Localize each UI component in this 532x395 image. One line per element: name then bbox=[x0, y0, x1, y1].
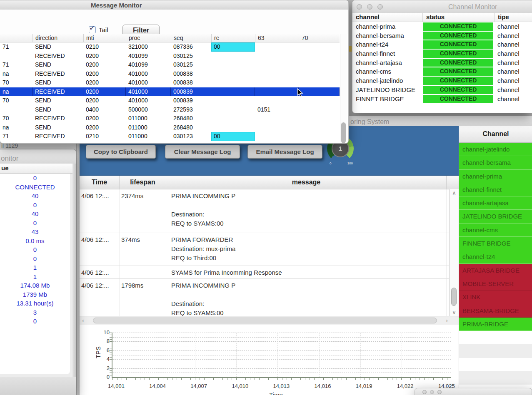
checkbox-icon[interactable]: ✓ bbox=[89, 26, 96, 33]
log-table-header: Time lifespan message bbox=[80, 176, 459, 189]
channel-list-item[interactable]: ARTAJASA BRIDGE bbox=[459, 264, 532, 277]
gridline bbox=[402, 333, 402, 377]
zoom-icon[interactable] bbox=[437, 390, 442, 394]
value-cell: 13.31 hour(s) bbox=[0, 299, 70, 308]
table-row[interactable]: 71SEND0200401099030125 bbox=[0, 60, 340, 70]
x-tick-label: 14,007 bbox=[186, 383, 211, 389]
column-header-70[interactable]: 70 bbox=[299, 34, 340, 42]
table-row[interactable]: 71SEND021032100008733600 bbox=[0, 42, 340, 52]
log-horizontal-scrollbar[interactable]: ‹ › bbox=[80, 316, 459, 325]
column-header-channel[interactable]: channel bbox=[352, 13, 422, 22]
cell-message: PRIMA INCOMMING P Destination: REQ to SY… bbox=[166, 189, 446, 233]
table-row[interactable]: 70SEND0200401000000839 bbox=[0, 96, 340, 105]
cell-mti: 0200 bbox=[83, 52, 126, 61]
channel-list-item[interactable]: channel-prima bbox=[459, 170, 532, 183]
table-row[interactable]: naSEND0200011000268480 bbox=[0, 123, 340, 132]
column-header-tipe[interactable]: tipe bbox=[494, 13, 532, 22]
close-icon[interactable] bbox=[422, 390, 427, 394]
table-row[interactable]: channel-artajasaCONNECTEDchannel bbox=[352, 58, 532, 67]
message-table-scrollbar[interactable] bbox=[340, 34, 347, 142]
channel-list-item[interactable]: channel-jatelindo bbox=[459, 143, 532, 156]
column-header-value[interactable]: ue bbox=[0, 164, 73, 173]
table-row[interactable]: channel-t24CONNECTEDchannel bbox=[352, 40, 532, 49]
table-row[interactable]: channel-finnetCONNECTEDchannel bbox=[352, 49, 532, 58]
clear-message-log-button[interactable]: Clear Message Log bbox=[165, 145, 240, 159]
cell-f63 bbox=[255, 52, 299, 61]
column-header-mti[interactable]: mti bbox=[83, 34, 126, 42]
table-row[interactable]: 71RECEIVED021001100003012300 bbox=[0, 132, 340, 141]
scroll-up-icon[interactable]: ∧ bbox=[450, 190, 459, 196]
channel-list-item[interactable]: MOBILE-SERVER bbox=[459, 277, 532, 291]
scrollbar-thumb[interactable] bbox=[93, 318, 437, 323]
channel-list-item[interactable]: channel-artajasa bbox=[459, 196, 532, 210]
table-row[interactable]: channel-bersamaCONNECTEDchannel bbox=[352, 31, 532, 40]
channel-list-item[interactable]: BERSAMA-BRIDGE bbox=[459, 304, 532, 318]
column-header-direction[interactable]: direction bbox=[32, 34, 83, 42]
table-row[interactable]: FINNET BRIDGECONNECTEDchannel bbox=[352, 94, 532, 104]
minimize-icon[interactable] bbox=[430, 390, 434, 394]
cell-message: SYAMS for Prima Incomming Response bbox=[166, 266, 446, 278]
log-row[interactable]: 4/06 12:...374msPRIMA FORWARDER Destinat… bbox=[80, 233, 459, 266]
column-header-status[interactable]: status bbox=[422, 13, 494, 22]
scroll-left-icon[interactable]: ‹ bbox=[82, 317, 84, 324]
table-row[interactable]: 70RECEIVED0200011000268480 bbox=[0, 114, 340, 123]
log-vertical-scrollbar[interactable]: ∧ ∨ bbox=[449, 189, 459, 316]
copy-to-clipboard-button[interactable]: Copy to Clipboard bbox=[86, 145, 156, 159]
column-header-channel[interactable] bbox=[0, 34, 32, 42]
column-header-time[interactable]: Time bbox=[80, 176, 119, 189]
cell-seq: 030125 bbox=[171, 60, 211, 70]
column-header-message[interactable]: message bbox=[166, 176, 446, 189]
cell-message: PRIMA INCOMMING P Destination: REQ to SY… bbox=[166, 279, 446, 318]
message-table: directionmtiprocseqrc6370 71SEND02103210… bbox=[0, 34, 340, 142]
channel-table-header: channelstatustipe bbox=[352, 13, 532, 22]
log-row[interactable]: 4/06 12:...1798msPRIMA INCOMMING P Desti… bbox=[80, 279, 459, 318]
cell-f63 bbox=[255, 42, 299, 52]
table-row[interactable]: RECEIVED0200401099030125 bbox=[0, 52, 340, 61]
table-row[interactable]: channel-primaCONNECTEDchannel bbox=[352, 22, 532, 31]
channel-table-body: channel-primaCONNECTEDchannelchannel-ber… bbox=[352, 22, 532, 103]
scroll-down-icon[interactable]: ∨ bbox=[450, 309, 459, 316]
channel-list-item[interactable]: channel-bersama bbox=[459, 156, 532, 169]
channel-list-item[interactable]: JATELINDO BRIDGE bbox=[459, 210, 532, 223]
close-icon[interactable] bbox=[357, 4, 362, 10]
channel-list-item[interactable]: channel-cms bbox=[459, 224, 532, 237]
scroll-right-icon[interactable]: › bbox=[446, 317, 448, 324]
table-row[interactable]: channel-jatelindoCONNECTEDchannel bbox=[352, 76, 532, 85]
table-row[interactable]: channel-cmsCONNECTEDchannel bbox=[352, 67, 532, 76]
cell-rc bbox=[211, 70, 255, 79]
left-monitor-titlebar[interactable]: onitor bbox=[0, 149, 76, 164]
column-header-lifespan[interactable]: lifespan bbox=[119, 176, 166, 189]
y-tick-label: 10 bbox=[97, 329, 110, 335]
table-row[interactable]: SEND04005000002725930151 bbox=[0, 105, 340, 114]
channel-list-item[interactable]: PRIMA-BRIDGE bbox=[459, 318, 532, 331]
log-row[interactable]: 4/06 12:...SYAMS for Prima Incomming Res… bbox=[80, 266, 459, 279]
table-row[interactable]: JATELINDO BRIDGECONNECTEDchannel bbox=[352, 85, 532, 94]
gridline bbox=[277, 333, 278, 377]
background-window-titlebar[interactable] bbox=[415, 388, 532, 395]
scrollbar-thumb[interactable] bbox=[341, 122, 346, 143]
column-header-63[interactable]: 63 bbox=[255, 34, 299, 42]
tail-checkbox[interactable]: ✓ Tail bbox=[89, 26, 108, 33]
channel-list-item[interactable]: FINNET BRIDGE bbox=[459, 237, 532, 250]
table-row[interactable]: naRECEIVED0200401000000839 bbox=[0, 87, 340, 97]
channel-monitor-titlebar[interactable]: Channel Monitor bbox=[352, 0, 532, 13]
log-row[interactable]: 4/06 12:...2374msPRIMA INCOMMING P Desti… bbox=[80, 189, 459, 233]
monitoring-system-window: oring System Copy to Clipboard Clear Mes… bbox=[76, 116, 532, 395]
column-header-rc[interactable]: rc bbox=[211, 34, 255, 42]
table-row[interactable]: 70SEND0200401000000838 bbox=[0, 78, 340, 87]
table-row[interactable]: naRECEIVED0200401000000838 bbox=[0, 70, 340, 79]
scrollbar-thumb[interactable] bbox=[451, 288, 457, 306]
message-log-table: Time lifespan message 4/06 12:...2374msP… bbox=[80, 175, 459, 316]
channel-list-item[interactable]: XLINK bbox=[459, 291, 532, 304]
zoom-icon[interactable] bbox=[377, 4, 383, 10]
email-message-log-button[interactable]: Email Message Log bbox=[247, 145, 322, 159]
channel-list-item[interactable]: channel-t24 bbox=[459, 250, 532, 263]
cell-rc bbox=[211, 96, 255, 105]
channel-list-item[interactable]: channel-finnet bbox=[459, 183, 532, 196]
minimize-icon[interactable] bbox=[367, 4, 372, 10]
message-monitor-titlebar[interactable]: Message Monitor bbox=[0, 0, 348, 10]
empty-row bbox=[459, 371, 532, 385]
gridline bbox=[112, 346, 451, 346]
column-header-seq[interactable]: seq bbox=[171, 34, 211, 42]
column-header-proc[interactable]: proc bbox=[126, 34, 171, 42]
